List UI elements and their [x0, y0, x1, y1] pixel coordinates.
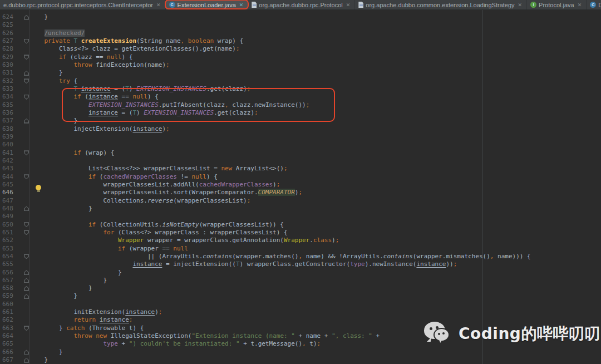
code-line: try {: [29, 77, 601, 85]
fold-marker-icon[interactable]: [24, 95, 29, 100]
line-number[interactable]: 647: [0, 197, 13, 205]
line-number[interactable]: 637: [0, 117, 13, 125]
gutter-slot: [13, 340, 29, 348]
line-number[interactable]: 624: [0, 13, 13, 21]
fold-marker-icon[interactable]: [24, 119, 29, 124]
line-number[interactable]: 655: [0, 260, 13, 268]
tab-java[interactable]: CExtensionLoader.java✕: [166, 0, 249, 9]
line-number[interactable]: 663: [0, 324, 13, 332]
tab-close-icon[interactable]: ✕: [518, 2, 523, 8]
line-number[interactable]: 625: [0, 21, 13, 29]
line-number[interactable]: 638: [0, 125, 13, 133]
line-number[interactable]: 645: [0, 181, 13, 189]
fold-marker-icon[interactable]: [24, 286, 29, 291]
fold-marker-icon[interactable]: [24, 150, 29, 155]
line-number[interactable]: 627: [0, 37, 13, 45]
line-number[interactable]: 635: [0, 101, 13, 109]
fold-marker-icon[interactable]: [24, 174, 29, 179]
fold-marker-icon[interactable]: [24, 222, 29, 227]
line-number[interactable]: 640: [0, 141, 13, 149]
line-number[interactable]: 632: [0, 77, 13, 85]
watermark-text: Coding的哔哔叨叨: [459, 323, 600, 345]
line-number[interactable]: 631: [0, 69, 13, 77]
line-number[interactable]: 651: [0, 229, 13, 237]
line-number[interactable]: 658: [0, 284, 13, 292]
line-number[interactable]: 657: [0, 277, 13, 284]
code-row-653: 653 if (wrapper == null: [0, 245, 601, 253]
fold-marker-icon[interactable]: [24, 39, 29, 44]
tab-close-icon[interactable]: ✕: [346, 2, 351, 8]
tab-label: ExtensionLoader.java: [178, 2, 236, 8]
code-line: [29, 157, 601, 165]
line-number[interactable]: 626: [0, 29, 13, 37]
line-number[interactable]: 628: [0, 45, 13, 53]
fold-marker-icon[interactable]: [24, 254, 29, 259]
line-number[interactable]: 642: [0, 157, 13, 165]
line-number[interactable]: 652: [0, 237, 13, 244]
fold-marker-icon[interactable]: [24, 326, 29, 331]
fold-marker-icon[interactable]: [24, 294, 29, 299]
line-number[interactable]: 650: [0, 221, 13, 229]
fold-marker-icon[interactable]: [24, 71, 29, 76]
tab-close-icon[interactable]: ✕: [239, 2, 244, 8]
code-line: }: [29, 292, 601, 300]
tab-loadingstrategy[interactable]: org.apache.dubbo.common.extension.Loadin…: [355, 0, 527, 9]
line-number[interactable]: 662: [0, 316, 13, 324]
fold-marker-icon[interactable]: [24, 15, 29, 20]
fold-marker-icon[interactable]: [24, 358, 29, 363]
code-row-656: 656 }: [0, 269, 601, 277]
gutter-slot: [13, 61, 29, 69]
tab-dubboprotoco[interactable]: CDubboProtoco: [587, 0, 601, 9]
gutter-slot: [13, 181, 29, 189]
line-number[interactable]: 660: [0, 301, 13, 308]
line-number[interactable]: 636: [0, 109, 13, 117]
tab-label: e.dubbo.rpc.protocol.grpc.interceptors.C…: [3, 2, 153, 8]
line-number[interactable]: 639: [0, 133, 13, 141]
gutter-slot: [13, 141, 29, 149]
tab-protocol[interactable]: org.apache.dubbo.rpc.Protocol✕: [248, 0, 355, 9]
gutter-slot: [13, 260, 29, 268]
line-number[interactable]: 667: [0, 356, 13, 364]
code-row-647: 647 Collections.reverse(wrapperClassesLi…: [0, 197, 601, 205]
code-line: T instance = (T) EXTENSION_INSTANCES.get…: [29, 85, 601, 93]
gutter-slot: [13, 237, 29, 244]
tab-clientinterceptor[interactable]: e.dubbo.rpc.protocol.grpc.interceptors.C…: [0, 0, 166, 9]
line-number[interactable]: 666: [0, 348, 13, 356]
fold-marker-icon[interactable]: [24, 206, 29, 211]
tab-close-icon[interactable]: ✕: [578, 2, 582, 8]
intention-bulb-icon[interactable]: [35, 185, 42, 192]
line-number[interactable]: 656: [0, 269, 13, 277]
code-line: instance = (T) EXTENSION_INSTANCES.get(c…: [29, 109, 601, 117]
fold-marker-icon[interactable]: [24, 78, 29, 83]
code-editor[interactable]: 624 }625626 /unchecked/627 private T cre…: [0, 10, 601, 364]
line-number[interactable]: 661: [0, 308, 13, 316]
line-number[interactable]: 653: [0, 245, 13, 253]
line-number[interactable]: 646: [0, 189, 13, 196]
fold-marker-icon[interactable]: [24, 270, 29, 275]
line-number[interactable]: 659: [0, 292, 13, 300]
line-number[interactable]: 641: [0, 149, 13, 157]
line-number[interactable]: 648: [0, 205, 13, 213]
line-number[interactable]: 665: [0, 340, 13, 348]
line-number[interactable]: 654: [0, 253, 13, 260]
tab-close-icon[interactable]: ✕: [156, 2, 161, 8]
gutter-slot: [13, 93, 29, 101]
line-number[interactable]: 643: [0, 165, 13, 173]
fold-marker-icon[interactable]: [24, 230, 29, 235]
code-line: Wrapper wrapper = wrapperClass.getAnnota…: [29, 237, 601, 244]
tab-java[interactable]: IProtocol.java✕: [527, 0, 587, 9]
line-number[interactable]: 630: [0, 61, 13, 69]
code-line: }: [29, 69, 601, 77]
fold-marker-icon[interactable]: [24, 278, 29, 283]
line-number[interactable]: 644: [0, 173, 13, 181]
line-number[interactable]: 649: [0, 213, 13, 220]
line-number[interactable]: 664: [0, 332, 13, 340]
gutter-slot: [13, 356, 29, 364]
fold-marker-icon[interactable]: [24, 350, 29, 355]
gutter-slot: [13, 189, 29, 196]
line-number[interactable]: 634: [0, 93, 13, 101]
line-number[interactable]: 633: [0, 85, 13, 93]
fold-marker-icon[interactable]: [24, 55, 29, 60]
line-number[interactable]: 629: [0, 53, 13, 61]
code-line: }: [29, 277, 601, 284]
